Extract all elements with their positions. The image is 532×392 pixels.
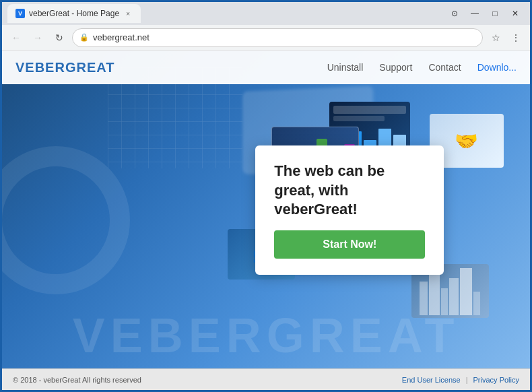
watermark-text: VEBERGREAT <box>73 308 460 363</box>
address-bar: ← → ↻ 🔒 vebergreat.net ☆ ⋮ <box>2 25 530 51</box>
nav-download[interactable]: Downlo... <box>477 62 517 73</box>
footer-eula-link[interactable]: End User License <box>402 376 461 384</box>
tab-title: veberGreat - Home Page <box>29 9 119 18</box>
refresh-button[interactable]: ↻ <box>51 29 68 46</box>
footer-copyright: © 2018 - veberGreat All rights reserved <box>13 376 141 384</box>
tab-favicon: V <box>15 9 25 18</box>
menu-button[interactable]: ⋮ <box>507 29 525 46</box>
footer-links: End User License | Privacy Policy <box>402 376 519 384</box>
window-close-button[interactable]: ✕ <box>506 4 525 23</box>
window-maximize-button[interactable]: □ <box>486 4 504 23</box>
window-minimize-button[interactable]: — <box>465 4 484 23</box>
title-bar: V veberGreat - Home Page × ⊙ — □ ✕ <box>2 2 530 25</box>
footer-privacy-link[interactable]: Privacy Policy <box>473 376 519 384</box>
url-bar[interactable]: 🔒 vebergreat.net <box>72 28 483 47</box>
cta-headline: The web can be great, with veberGreat! <box>274 162 425 220</box>
site-logo: VEBERGREAT <box>15 60 114 75</box>
nav-contact[interactable]: Contact <box>428 62 461 73</box>
browser-tab[interactable]: V veberGreat - Home Page × <box>7 4 141 23</box>
url-text: vebergreat.net <box>93 32 149 42</box>
cta-box: The web can be great, with veberGreat! S… <box>255 145 444 275</box>
site-nav: Uninstall Support Contact Downlo... <box>327 62 517 73</box>
nav-support[interactable]: Support <box>379 62 412 73</box>
bookmark-button[interactable]: ☆ <box>487 29 504 46</box>
window-controls: ⊙ — □ ✕ <box>445 4 525 23</box>
window-profile-button[interactable]: ⊙ <box>445 4 464 23</box>
footer-separator: | <box>466 376 468 384</box>
browser-window: V veberGreat - Home Page × ⊙ — □ ✕ ← → ↻… <box>0 0 532 392</box>
start-now-button[interactable]: Start Now! <box>274 230 425 259</box>
address-right-controls: ☆ ⋮ <box>487 29 525 46</box>
back-button[interactable]: ← <box>7 29 25 46</box>
site-footer: © 2018 - veberGreat All rights reserved … <box>2 368 530 390</box>
forward-button[interactable]: → <box>29 29 46 46</box>
webpage: 🤝 👥 VEBERGREAT VEBERGREAT <box>2 51 530 390</box>
tab-close-button[interactable]: × <box>123 9 133 18</box>
tab-bar: V veberGreat - Home Page × <box>7 4 442 23</box>
nav-uninstall[interactable]: Uninstall <box>327 62 364 73</box>
site-header: VEBERGREAT Uninstall Support Contact Dow… <box>2 51 530 84</box>
lock-icon: 🔒 <box>79 33 89 42</box>
